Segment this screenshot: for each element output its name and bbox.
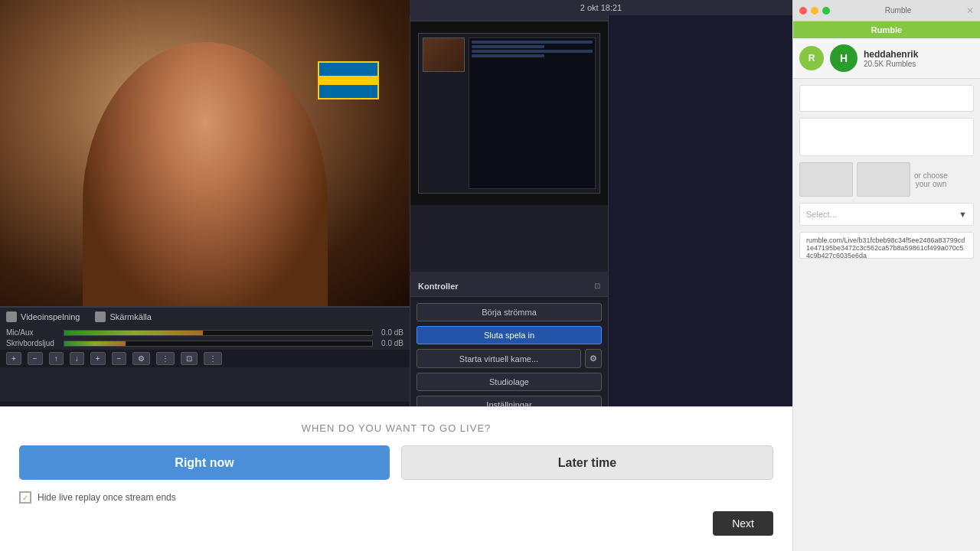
obs-remove-source-btn[interactable]: − — [112, 352, 127, 365]
obs-remove-scene-btn[interactable]: − — [28, 352, 43, 365]
stop-recording-btn[interactable]: Sluta spela in — [416, 326, 602, 344]
preview-line-3 — [472, 50, 593, 53]
studio-mode-btn[interactable]: Studiolage — [416, 373, 602, 391]
mic-db: 0.0 dB — [377, 328, 403, 337]
thumbnail-2 — [857, 162, 910, 197]
rumble-avatar-icon: R — [799, 46, 824, 70]
stream-url-box: rumble.com/Live/b31fcbeb98c34f5ee2486a83… — [799, 232, 974, 259]
obs-source-video: Videoinspelning — [6, 311, 80, 322]
replay-label: Hide live replay once stream ends — [38, 492, 176, 503]
obs-down-btn[interactable]: ↓ — [70, 352, 84, 365]
preview-line-2 — [472, 45, 544, 48]
person-silhouette — [83, 42, 328, 310]
preview-line-1 — [472, 41, 593, 44]
swedish-flag — [318, 61, 379, 99]
obs-sources-list: Videoinspelning Skärmkälla — [0, 308, 410, 326]
profile-info: heddahenrik 20.5K Rumbles — [864, 49, 974, 68]
social-content-area: or chooseyour own Select... ▼ rumble.com… — [793, 79, 980, 265]
replay-checkbox[interactable]: ✓ — [19, 491, 31, 504]
kontroller-title: Kontroller — [418, 282, 459, 291]
stream-url-text: rumble.com/Live/b31fcbeb98c34f5ee2486a83… — [806, 236, 965, 259]
virtual-cam-row: Starta virtuell kame... ⚙ — [416, 349, 602, 368]
webcam-area — [0, 0, 410, 310]
obs-add-source-btn[interactable]: + — [90, 352, 106, 365]
monitor-icon — [95, 311, 106, 322]
live-dialog-title: WHEN DO YOU WANT TO GO LIVE? — [19, 422, 773, 434]
rumble-sidebar: Rumble ✕ Rumble R H heddahenrik 20.5K Ru… — [792, 0, 980, 551]
desktop-audio-label: Skrivbordsljud — [6, 339, 60, 347]
obs-preview-content — [469, 37, 596, 189]
social-maximize-btn[interactable] — [822, 7, 830, 15]
obs-control-bar: Videoinspelning Skärmkälla Mic/Aux 0.0 d… — [0, 306, 410, 417]
preview-line-4 — [472, 54, 544, 57]
social-window-bar: Rumble ✕ — [793, 0, 980, 21]
source-video-label: Videoinspelning — [21, 312, 80, 321]
stream-title-input[interactable] — [799, 85, 974, 112]
or-text: or chooseyour own — [914, 171, 948, 188]
category-label: Select... — [806, 210, 837, 219]
obs-bottom-bar: + − ↑ ↓ + − ⚙ ⋮ ⊡ ⋮ — [0, 350, 410, 367]
obs-audio-row: Mic/Aux 0.0 dB Skrivbordsljud 0.0 dB — [0, 326, 410, 350]
obs-panel-placeholder — [416, 209, 602, 214]
kontroller-header: Kontroller ⊡ — [410, 276, 608, 297]
thumbnail-row: or chooseyour own — [799, 162, 974, 197]
social-close-btn[interactable] — [799, 7, 807, 15]
source-screen-label: Skärmkälla — [109, 312, 151, 321]
social-close-x[interactable]: ✕ — [966, 5, 974, 16]
camera-icon — [6, 311, 17, 322]
rumble-brand: Rumble — [871, 25, 902, 34]
kontroller-expand-icon[interactable]: ⊡ — [594, 282, 600, 290]
obs-scenes-panel — [410, 205, 608, 217]
obs-preview-area — [410, 21, 608, 205]
next-button[interactable]: Next — [713, 511, 773, 536]
user-avatar: H — [830, 44, 858, 72]
datetime: 2 okt 18:21 — [580, 3, 622, 12]
system-bar: 2 okt 18:21 — [410, 0, 792, 15]
right-now-btn[interactable]: Right now — [19, 445, 390, 480]
chevron-down-icon: ▼ — [959, 210, 967, 219]
thumbnail-1 — [799, 162, 853, 197]
mic-label: Mic/Aux — [6, 328, 60, 337]
profile-name: heddahenrik — [864, 49, 974, 60]
profile-followers: 20.5K Rumbles — [864, 60, 974, 68]
obs-filter-btn[interactable]: ⊡ — [181, 352, 198, 365]
social-minimize-btn[interactable] — [811, 7, 818, 15]
obs-preview-webcam — [423, 37, 465, 72]
checkbox-check-icon: ✓ — [22, 494, 28, 502]
next-btn-row: Next — [19, 511, 773, 536]
mic-meter-fill — [64, 331, 203, 335]
desktop-db: 0.0 dB — [377, 339, 403, 347]
audio-track-mic: Mic/Aux 0.0 dB — [6, 328, 403, 337]
obs-preview-inner — [418, 33, 600, 194]
obs-source-screen: Skärmkälla — [95, 311, 151, 322]
rumble-header-bar: Rumble — [793, 21, 980, 38]
obs-add-scene-btn[interactable]: + — [6, 352, 21, 365]
live-time-buttons: Right now Later time — [19, 445, 773, 480]
obs-settings-btn[interactable]: ⚙ — [132, 352, 150, 365]
user-profile: R H heddahenrik 20.5K Rumbles — [793, 38, 980, 79]
social-window-title: Rumble — [834, 6, 962, 15]
mic-meter — [64, 330, 373, 336]
kontroller-panel: Kontroller ⊡ Börja strömma Sluta spela i… — [410, 276, 609, 429]
stream-description-input[interactable] — [799, 118, 974, 156]
live-dialog: WHEN DO YOU WANT TO GO LIVE? Right now L… — [0, 406, 792, 551]
later-time-btn[interactable]: Later time — [401, 445, 773, 480]
start-streaming-btn[interactable]: Börja strömma — [416, 303, 602, 321]
replay-row: ✓ Hide live replay once stream ends — [19, 491, 773, 504]
virtual-cam-settings-btn[interactable]: ⚙ — [585, 349, 602, 368]
obs-dots-btn[interactable]: ⋮ — [156, 352, 175, 365]
desktop-meter — [64, 341, 373, 347]
virtual-camera-btn[interactable]: Starta virtuell kame... — [416, 349, 581, 368]
obs-more-btn[interactable]: ⋮ — [204, 352, 222, 365]
obs-up-btn[interactable]: ↑ — [49, 352, 64, 365]
webcam-feed — [0, 0, 410, 310]
category-dropdown[interactable]: Select... ▼ — [799, 203, 974, 226]
desktop-meter-fill — [64, 341, 126, 346]
audio-track-desktop: Skrivbordsljud 0.0 dB — [6, 339, 403, 347]
